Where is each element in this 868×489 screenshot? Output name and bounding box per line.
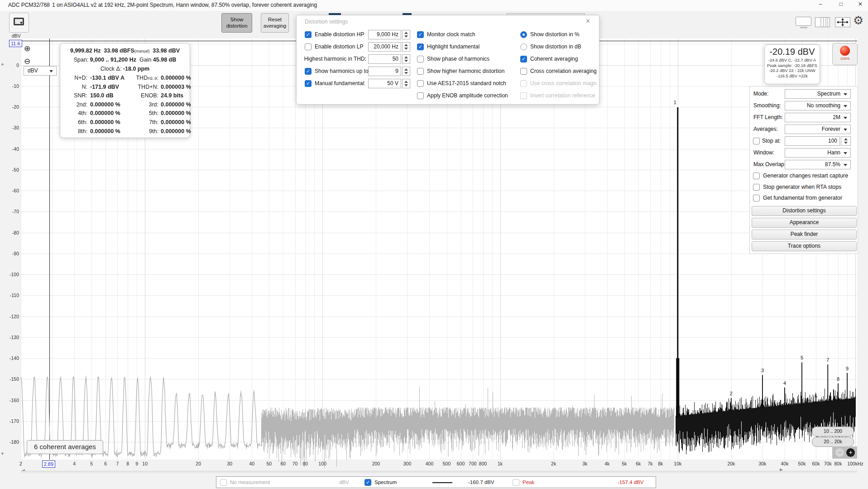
y-tick-label: -140 [2, 355, 19, 361]
no-measurement-checkbox[interactable] [220, 479, 227, 486]
dialog-checkbox[interactable] [417, 68, 424, 75]
dialog-spin-value[interactable]: 9 [368, 67, 401, 76]
spin-up-icon[interactable] [404, 44, 408, 46]
range-10-200-button[interactable]: 10 .. 200 [812, 427, 854, 436]
dialog-checkbox[interactable]: ✓ [305, 31, 312, 38]
control-spin-value[interactable]: 100 [785, 136, 840, 146]
x-cursor-value[interactable]: 2.89 [42, 460, 55, 468]
control-dropdown[interactable]: No smoothing [785, 101, 851, 110]
dialog-checkbox[interactable] [520, 68, 527, 75]
dialog-check-label: Use AES17-2015 standard notch [427, 80, 506, 86]
spin-up-icon[interactable] [404, 81, 408, 83]
peak-finder-button[interactable]: Peak finder [752, 230, 857, 240]
control-dropdown[interactable]: 2M [785, 113, 851, 122]
distortion-settings-button[interactable]: Distortion settings [752, 206, 857, 216]
dialog-checkbox[interactable] [520, 92, 527, 99]
control-dropdown[interactable]: Forever [785, 125, 851, 134]
control-label: Averages: [753, 126, 778, 132]
dialog-spin-value[interactable]: 50 [368, 54, 401, 64]
option-checkbox[interactable] [753, 184, 760, 191]
y-cursor-value[interactable]: 11.6 [9, 40, 22, 47]
dialog-spinner[interactable] [402, 54, 410, 64]
harmonic-label: 3 [761, 368, 764, 373]
stat-label: 7th: [115, 119, 158, 125]
peak-checkbox[interactable] [513, 479, 519, 486]
control-dropdown[interactable]: Hann [785, 148, 851, 158]
peak-cursor-value: -157.4 dBV [618, 479, 644, 485]
spin-up-icon[interactable] [404, 32, 408, 34]
level-main-value: -20.19 dBV [765, 47, 820, 57]
dialog-checkbox[interactable] [417, 92, 424, 99]
stat-value: 0.000003 % [161, 84, 191, 90]
zoom-out-icon[interactable]: − [835, 448, 844, 457]
dialog-radio[interactable] [520, 43, 527, 50]
stop-at-checkbox[interactable] [753, 138, 760, 144]
option-checkbox[interactable] [753, 195, 760, 201]
appearance-button[interactable]: Appearance [752, 218, 857, 228]
dialog-checkbox[interactable] [417, 56, 424, 62]
y-tick-label: -120 [2, 314, 19, 319]
spin-down-icon[interactable] [844, 142, 848, 144]
horizontal-scroll-track[interactable] [21, 471, 857, 473]
spectrum-trace-swatch [432, 482, 452, 483]
zoom-in-icon[interactable]: + [846, 448, 855, 457]
dialog-spin-value[interactable]: 20,000 Hz [368, 42, 401, 52]
spin-down-icon[interactable] [404, 35, 408, 38]
dialog-check-label: Invert correlation reference [530, 92, 595, 99]
dialog-radio[interactable] [520, 31, 527, 38]
zoom-out-y-icon[interactable]: ⊖ [24, 58, 30, 65]
dialog-checkbox[interactable]: ✓ [417, 31, 424, 38]
dialog-spin-value[interactable]: 9,000 Hz [368, 30, 401, 39]
dialog-check-label: Show distortion in % [530, 31, 580, 38]
control-dropdown[interactable]: Spectrum [785, 89, 851, 99]
y-unit-select[interactable]: dBV [24, 66, 57, 76]
dialog-spinner[interactable] [402, 67, 410, 76]
harmonic-label: 8 [837, 376, 839, 382]
stat-value: 24.9 bits [161, 92, 183, 99]
y-tick-label: -80 [2, 230, 19, 235]
dialog-checkbox[interactable]: ✓ [520, 56, 527, 62]
dialog-checkbox[interactable] [520, 80, 527, 87]
control-spinner[interactable] [841, 136, 851, 146]
range-20-20k-button[interactable]: 20 .. 20k [812, 437, 854, 447]
dialog-spinner[interactable] [402, 30, 410, 39]
spin-down-icon[interactable] [404, 60, 408, 62]
scroll-up-icon[interactable]: ▲ [0, 62, 5, 66]
harmonic-label: 7 [826, 357, 829, 363]
spin-up-icon[interactable] [404, 68, 408, 71]
zoom-in-y-icon[interactable]: ⊕ [24, 45, 30, 53]
dialog-checkbox[interactable]: ✓ [305, 68, 312, 75]
y-tick-label: -100 [2, 272, 19, 277]
dialog-close-icon[interactable]: ✕ [585, 18, 590, 24]
spectrum-checkbox[interactable]: ✓ [364, 479, 371, 486]
option-checkbox[interactable] [753, 173, 760, 179]
x-tick-label: 2 [3, 461, 39, 466]
stat-label: 3rd: [115, 101, 158, 108]
y-tick-label: -50 [2, 167, 19, 173]
measurement-stats-panel: 9,999.82 Hz 33.98 dBFS(manual) 33.98 dBV… [60, 43, 190, 138]
spin-down-icon[interactable] [404, 84, 408, 86]
control-dropdown[interactable]: 87.5% [785, 160, 851, 169]
y-tick-label: -110 [2, 292, 19, 298]
spin-up-icon[interactable] [844, 138, 848, 140]
spin-down-icon[interactable] [404, 48, 408, 50]
dialog-spinner[interactable] [402, 79, 410, 88]
option-label: Generator changes restart capture [763, 173, 848, 179]
spin-up-icon[interactable] [404, 56, 408, 58]
stats-row: N:-171.9 dBVTHD+N:0.000003 % [60, 83, 190, 92]
record-button[interactable]: 100% [832, 43, 858, 65]
dialog-checkbox[interactable] [305, 43, 312, 50]
dialog-spinner[interactable] [402, 42, 410, 52]
dialog-spin-value[interactable]: 50 V [368, 79, 401, 88]
stat-value: 0.000000 % [161, 119, 191, 125]
control-label: Stop at: [762, 138, 781, 144]
control-label: Smoothing: [753, 102, 781, 109]
y-tick-label: -150 [2, 376, 19, 382]
spin-down-icon[interactable] [404, 72, 408, 74]
dialog-checkbox[interactable] [417, 80, 424, 87]
scroll-down-icon[interactable]: ▼ [0, 451, 5, 456]
dialog-checkbox[interactable]: ✓ [305, 80, 312, 87]
dialog-checkbox[interactable]: ✓ [417, 43, 424, 50]
stats-row: 6th:0.000000 %7th:0.000000 % [60, 119, 190, 128]
trace-options-button[interactable]: Trace options [752, 241, 857, 251]
